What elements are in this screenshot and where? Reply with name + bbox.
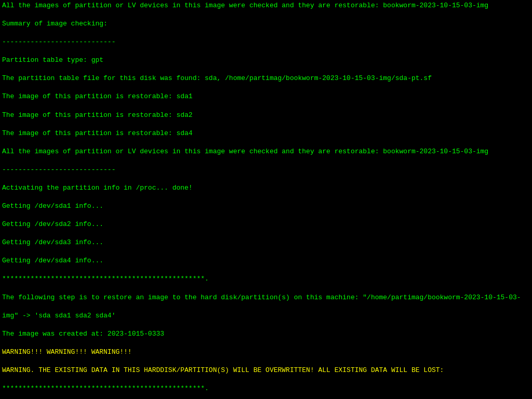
terminal-line: All the images of partition or LV device…	[2, 147, 530, 156]
terminal-line: ----------------------------	[2, 165, 530, 175]
terminal-line: ****************************************…	[2, 274, 530, 284]
terminal-line: The image was created at: 2023-1015-0333	[2, 329, 530, 339]
terminal-line: The image of this partition is restorabl…	[2, 92, 530, 101]
terminal-line: The following step is to restore an imag…	[2, 293, 530, 302]
terminal-line: Getting /dev/sda1 info...	[2, 202, 530, 211]
terminal-line: The image of this partition is restorabl…	[2, 129, 530, 138]
terminal-line: Getting /dev/sda4 info...	[2, 256, 530, 265]
terminal-line: ****************************************…	[2, 384, 530, 393]
terminal-line: Getting /dev/sda2 info...	[2, 220, 530, 229]
terminal-line: Getting /dev/sda3 info...	[2, 238, 530, 247]
terminal-line: All the images of partition or LV device…	[2, 1, 530, 10]
terminal-line: Partition table type: gpt	[2, 56, 530, 65]
terminal-line: The partition table file for this disk w…	[2, 74, 530, 83]
terminal-line: WARNING. THE EXISTING DATA IN THIS HARDD…	[2, 366, 530, 375]
terminal-line: Activating the partition info in /proc..…	[2, 183, 530, 193]
terminal-line: img" -> 'sda sda1 sda2 sda4'	[2, 311, 530, 321]
terminal-line: Summary of image checking:	[2, 19, 530, 29]
terminal-line: The image of this partition is restorabl…	[2, 111, 530, 120]
terminal-line: WARNING!!! WARNING!!! WARNING!!!	[2, 348, 530, 357]
terminal-line: ----------------------------	[2, 37, 530, 47]
terminal-output: All the images of partition or LV device…	[0, 0, 532, 399]
